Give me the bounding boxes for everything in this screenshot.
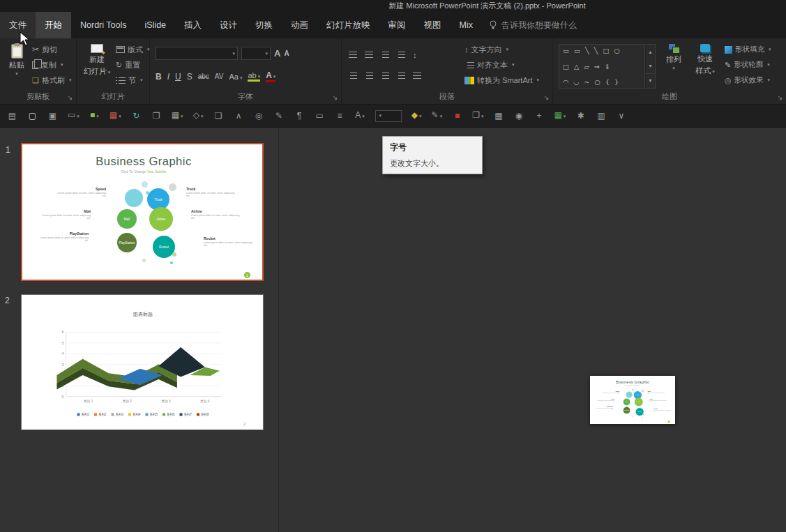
columns-button[interactable] [411, 72, 421, 79]
shape-icon[interactable]: ◇ [193, 110, 204, 121]
chart-icon[interactable]: ▥ [596, 111, 606, 121]
shape-outline-button[interactable]: 形状轮廓 [725, 57, 785, 73]
tell-me-box[interactable]: 告诉我你想要做什么 [482, 12, 584, 38]
bullets-button[interactable] [347, 51, 357, 59]
grid-icon[interactable]: ▦ [493, 111, 504, 121]
collapse-ribbon-icon[interactable]: ∧ [234, 111, 244, 121]
scroll-down-icon[interactable]: ▼ [646, 59, 655, 73]
arrange-icon[interactable]: ❐ [472, 110, 483, 121]
more-icon[interactable]: ∨ [616, 111, 626, 121]
slide-thumbnail-2[interactable]: 图表标题 6 5 4 3 2 1 0 类别 1 类别 2 类别 3 类别 4 [21, 294, 264, 430]
tab-review[interactable]: 审阅 [379, 12, 415, 38]
tab-transitions[interactable]: 切换 [246, 12, 282, 38]
paste-button[interactable]: 粘贴 [4, 44, 29, 76]
grow-font-button[interactable]: A [274, 48, 280, 59]
link-icon[interactable]: ◉ [513, 111, 524, 121]
tab-design[interactable]: 设计 [211, 12, 246, 38]
shape-fill-button[interactable]: 形状填充 [725, 42, 785, 57]
dialog-launcher-icon[interactable] [66, 94, 74, 102]
italic-button[interactable]: I [167, 72, 169, 82]
monitor-icon[interactable]: ▢ [27, 111, 38, 121]
fill-bucket-icon[interactable]: ◆ [411, 110, 422, 121]
shrink-font-button[interactable]: A [284, 50, 289, 57]
legend-label: 系列7 [184, 412, 192, 417]
dialog-launcher-icon[interactable] [543, 94, 550, 102]
slide-thumbnail-1[interactable]: Business Graphic Click To Change Your Su… [21, 143, 264, 281]
underline-button[interactable]: U [175, 72, 181, 82]
media-icon[interactable]: ■ [452, 111, 462, 121]
arrange-button[interactable]: 排列 [660, 44, 687, 70]
numbering-button[interactable] [363, 51, 373, 59]
format-painter-icon[interactable]: ❏ [213, 111, 224, 121]
text-direction-button[interactable]: 文字方向 [464, 42, 551, 57]
shape-effects-button[interactable]: 形状效果 [725, 73, 785, 88]
align-text-button[interactable]: 对齐文本 [464, 57, 551, 73]
align-lines-icon[interactable]: ≡ [335, 111, 345, 121]
shapes-row: ◠ ◡ ~ ○ { } [563, 78, 641, 86]
bold-button[interactable]: B [156, 72, 162, 82]
tab-insert[interactable]: 插入 [175, 12, 211, 38]
tab-mix[interactable]: Mix [451, 12, 482, 38]
chart-legend: 系列1 系列2 系列3 系列4 系列5 系列6 系列7 系列8 [22, 412, 264, 417]
tab-view[interactable]: 视图 [415, 12, 451, 38]
tab-slideshow[interactable]: 幻灯片放映 [317, 12, 379, 38]
reset-icon[interactable]: ↻ [131, 111, 142, 121]
tab-animations[interactable]: 动画 [282, 12, 317, 38]
strikethrough-button[interactable]: abc [198, 73, 209, 80]
layout-icon[interactable]: ▦ [172, 110, 183, 121]
cut-button[interactable]: 剪切 [32, 42, 71, 57]
quick-styles-button[interactable]: 快速 样式 [690, 44, 720, 76]
duplicate-icon[interactable]: ❐ [151, 111, 162, 121]
fill-color-icon[interactable]: ■ [89, 110, 100, 121]
gear-icon[interactable]: ✱ [575, 111, 586, 121]
table-icon[interactable]: ▦ [554, 110, 566, 121]
shapes-gallery[interactable]: ▭ ▭ ╲ ╲ □ ○ □ △ ▱ ⇒ ⇓ ◠ ◡ ~ ○ { } [559, 44, 645, 89]
feature-text: Lorem ipsum dolor sit amet, etelur adipi… [649, 400, 667, 402]
char-spacing-button[interactable]: AV [215, 73, 224, 80]
align-left-button[interactable] [347, 72, 357, 79]
format-painter-button[interactable]: 格式刷 [32, 73, 71, 88]
new-slide-button[interactable]: 新建 幻灯片 [81, 44, 113, 77]
justify-button[interactable] [395, 72, 405, 79]
dialog-launcher-icon[interactable] [776, 94, 784, 102]
edit-icon[interactable]: ✎ [274, 111, 285, 121]
section-button[interactable]: 节 [116, 73, 150, 88]
layout-button[interactable]: 版式 [116, 42, 150, 57]
save-icon[interactable]: ▤ [7, 111, 17, 121]
target-icon[interactable]: ◎ [254, 111, 264, 121]
x-label: 类别 4 [200, 400, 210, 404]
font-color-button[interactable]: A [266, 70, 275, 82]
align-center-button[interactable] [363, 72, 373, 79]
increase-indent-button[interactable] [395, 51, 405, 59]
gallery-more-icon[interactable]: ▼ [646, 73, 655, 88]
font-size-combo[interactable] [241, 47, 271, 60]
paragraph-icon[interactable]: ¶ [294, 111, 305, 121]
placeholder-icon[interactable]: ▭ [68, 110, 80, 121]
panel-divider[interactable] [278, 128, 279, 532]
reset-button[interactable]: 重置 [116, 57, 150, 73]
reset-label: 重置 [125, 60, 140, 70]
dialog-launcher-icon[interactable] [331, 94, 339, 102]
shadow-button[interactable]: S [187, 72, 192, 82]
scroll-up-icon[interactable]: ▲ [646, 45, 655, 59]
tab-nordri-tools[interactable]: Nordri Tools [71, 12, 135, 38]
line-spacing-button[interactable] [411, 48, 417, 61]
slide-page-badge: 1 [244, 272, 250, 278]
outline-pen-icon[interactable]: ✎ [432, 110, 443, 121]
new-slide-icon[interactable]: ▣ [47, 111, 58, 121]
change-case-button[interactable]: Aa [229, 73, 242, 81]
align-right-button[interactable] [379, 72, 389, 79]
frame-color-icon[interactable]: ▦ [109, 110, 121, 121]
plus-icon[interactable]: + [534, 111, 544, 121]
shapes-gallery-scroll[interactable]: ▲ ▼ ▼ [646, 44, 656, 89]
copy-button[interactable]: 复制 [32, 57, 71, 73]
smartart-button[interactable]: 转换为 SmartArt [464, 73, 551, 88]
font-color-icon[interactable]: A [355, 110, 365, 121]
decrease-indent-button[interactable] [379, 51, 389, 59]
textbox-icon[interactable]: ▭ [315, 111, 325, 121]
tab-islide[interactable]: iSlide [135, 12, 175, 38]
font-name-combo[interactable] [156, 47, 238, 60]
font-size-input[interactable] [375, 110, 402, 122]
tab-home[interactable]: 开始 [36, 12, 71, 38]
highlight-color-button[interactable]: ab [248, 71, 260, 82]
